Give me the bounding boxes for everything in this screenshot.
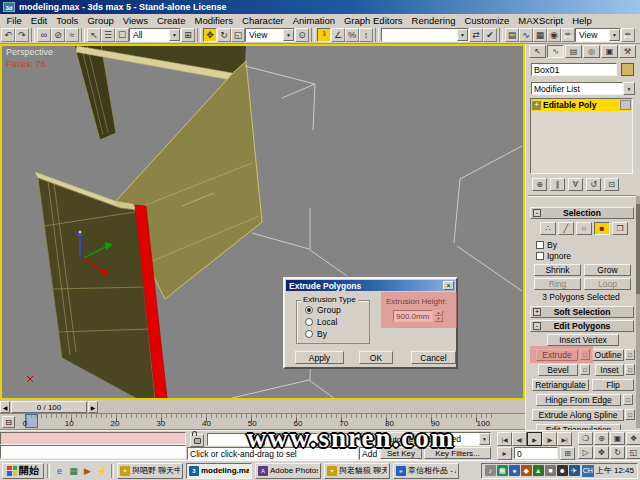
menu-item[interactable]: Group — [83, 15, 118, 26]
reference-coordinate-dropdown[interactable]: View▼ — [245, 28, 295, 42]
dropdown-arrow-icon[interactable]: ▼ — [479, 433, 490, 445]
zoom-button[interactable]: ❍ — [578, 432, 593, 445]
undo-button[interactable]: ↶ — [1, 28, 15, 42]
viewport-label[interactable]: Perspective — [6, 47, 53, 57]
ignore-backfacing-checkbox[interactable]: Ignore — [536, 251, 571, 261]
quicklaunch-winamp-icon[interactable]: ⚡ — [95, 464, 108, 477]
tray-icon[interactable]: ▲ — [533, 465, 544, 476]
inset-settings-button[interactable]: □ — [625, 364, 635, 375]
hinge-from-edge-button[interactable]: Hinge From Edge — [536, 394, 621, 406]
tab-modify[interactable]: ∿ — [547, 45, 564, 58]
object-name-field[interactable]: Box01 — [531, 63, 617, 76]
time-slider-handle[interactable]: 0 / 100 — [11, 401, 87, 413]
lightbulb-icon[interactable] — [620, 100, 631, 110]
menu-item[interactable]: MAXScript — [514, 15, 568, 26]
quicklaunch-media-icon[interactable]: ▶ — [81, 464, 94, 477]
radio-icon-selected[interactable] — [305, 306, 313, 314]
track-bar[interactable]: ⊟ 0102030405060708090100 — [0, 414, 525, 430]
outline-settings-button[interactable]: □ — [625, 349, 635, 360]
tray-volume-icon[interactable]: ♪ — [485, 465, 496, 476]
time-configuration-button[interactable]: ⊞ — [560, 447, 575, 460]
remove-modifier-button[interactable]: ↺ — [586, 178, 601, 191]
extrude-along-spline-button[interactable]: Extrude Along Spline — [532, 409, 624, 421]
retriangulate-button[interactable]: Retriangulate — [532, 379, 589, 391]
dropdown-arrow-icon[interactable]: ▼ — [283, 29, 294, 41]
percent-snap-button[interactable]: % — [345, 28, 359, 42]
select-and-link-button[interactable]: ∞ — [37, 28, 51, 42]
menu-item[interactable]: Create — [152, 15, 190, 26]
menu-item[interactable]: Help — [568, 15, 597, 26]
by-vertex-checkbox[interactable]: By — [536, 240, 557, 250]
select-and-scale-button[interactable]: ◱ — [231, 28, 245, 42]
tray-icon[interactable]: ✈ — [569, 465, 580, 476]
time-slider-track[interactable]: ◀ 0 / 100 ▶ — [0, 400, 525, 414]
selection-rollout-header[interactable]: - Selection — [530, 207, 634, 219]
make-unique-button[interactable]: ∀ — [568, 178, 583, 191]
modifier-list-arrow-icon[interactable]: ▼ — [623, 82, 635, 95]
hinge-settings-button[interactable]: □ — [623, 394, 633, 405]
bevel-settings-button[interactable]: □ — [580, 364, 590, 375]
checkbox-icon[interactable] — [536, 241, 544, 249]
go-to-start-button[interactable]: |◀ — [497, 432, 512, 446]
auto-key-button[interactable]: Auto Key — [380, 432, 422, 446]
menu-item[interactable]: Animation — [288, 15, 339, 26]
tray-icon[interactable]: ◆ — [521, 465, 532, 476]
dialog-title-bar[interactable]: Extrude Polygons — [286, 280, 455, 291]
play-button[interactable]: ▶ — [527, 432, 542, 446]
inset-button[interactable]: Inset — [595, 364, 624, 376]
menu-item[interactable]: Customize — [460, 15, 514, 26]
unlink-selection-button[interactable]: ⊘ — [51, 28, 65, 42]
show-end-result-button[interactable]: ∥ — [550, 178, 565, 191]
coordinate-z-field[interactable] — [321, 433, 375, 446]
shrink-button[interactable]: Shrink — [534, 264, 581, 276]
zoom-all-button[interactable]: ⊕ — [594, 432, 609, 445]
next-frame-arrow[interactable]: ▶ — [88, 401, 98, 413]
menu-item[interactable]: Graph Editors — [339, 15, 407, 26]
dropdown-arrow-icon[interactable]: ▼ — [169, 29, 180, 41]
dialog-close-button[interactable]: × — [443, 281, 454, 290]
pan-button[interactable]: ✥ — [594, 446, 609, 459]
modifier-list-dropdown[interactable]: Modifier List — [531, 82, 623, 95]
window-crossing-toggle-button[interactable]: ⊞ — [181, 28, 195, 42]
title-bar[interactable]: 3d modeling.max - 3ds max 5 - Stand-alon… — [0, 0, 640, 14]
radio-icon[interactable] — [305, 318, 313, 326]
quicklaunch-desktop-icon[interactable]: ▦ — [67, 464, 80, 477]
radio-group[interactable]: Group — [305, 305, 341, 315]
stack-item-editable-poly[interactable]: + Editable Poly — [531, 99, 632, 111]
quicklaunch-ie-icon[interactable]: e — [53, 464, 66, 477]
maxscript-mini-listener-pane[interactable] — [0, 445, 186, 459]
tab-hierarchy[interactable]: ▤ — [565, 45, 582, 58]
rectangular-selection-region-button[interactable]: ☐ — [115, 28, 129, 42]
go-to-end-button[interactable]: ▶| — [557, 432, 572, 446]
task-chat-1[interactable]: ✦與唱野 聊天中 — [117, 463, 183, 479]
layer-manager-button[interactable]: ▤ — [505, 28, 519, 42]
task-3dsmax[interactable]: 3modeling.max - — [186, 463, 252, 479]
menu-item[interactable]: Rendering — [407, 15, 460, 26]
soft-selection-rollout-header[interactable]: + Soft Selection — [530, 306, 634, 318]
collapse-icon[interactable]: - — [533, 209, 541, 217]
scrollbar-thumb[interactable] — [636, 204, 640, 294]
menu-item[interactable]: Character — [238, 15, 289, 26]
spinner-snap-button[interactable]: ↕ — [359, 28, 373, 42]
radio-icon[interactable] — [305, 330, 313, 338]
zoom-extents-button[interactable]: ▣ — [610, 432, 625, 445]
previous-frame-button[interactable]: ◀| — [512, 432, 527, 446]
spinner-down-icon[interactable]: ▼ — [434, 316, 443, 322]
tab-create[interactable]: ↖ — [529, 45, 546, 58]
edit-polygons-rollout-header[interactable]: - Edit Polygons — [530, 320, 634, 332]
key-filter-set-dropdown[interactable]: Selected ▼ — [424, 432, 491, 446]
insert-vertex-button[interactable]: Insert Vertex — [547, 334, 619, 346]
taskbar-clock[interactable]: 上午 12:45 — [596, 465, 634, 476]
dropdown-arrow-icon[interactable]: ▼ — [457, 29, 468, 41]
use-pivot-center-button[interactable]: ⊙ — [295, 28, 309, 42]
menu-item[interactable]: File — [2, 15, 26, 26]
flip-button[interactable]: Flip — [592, 379, 634, 391]
key-filters-button[interactable]: Key Filters... — [424, 447, 491, 459]
key-mode-toggle-button[interactable]: ▸ — [497, 447, 512, 460]
edge-mode-button[interactable]: ╱ — [558, 222, 574, 235]
coordinate-x-field[interactable] — [207, 433, 261, 446]
grow-button[interactable]: Grow — [584, 264, 631, 276]
mini-curve-editor-button[interactable]: ⊟ — [2, 416, 15, 428]
select-object-button[interactable]: ↖ — [87, 28, 101, 42]
cancel-button[interactable]: Cancel — [411, 351, 456, 364]
